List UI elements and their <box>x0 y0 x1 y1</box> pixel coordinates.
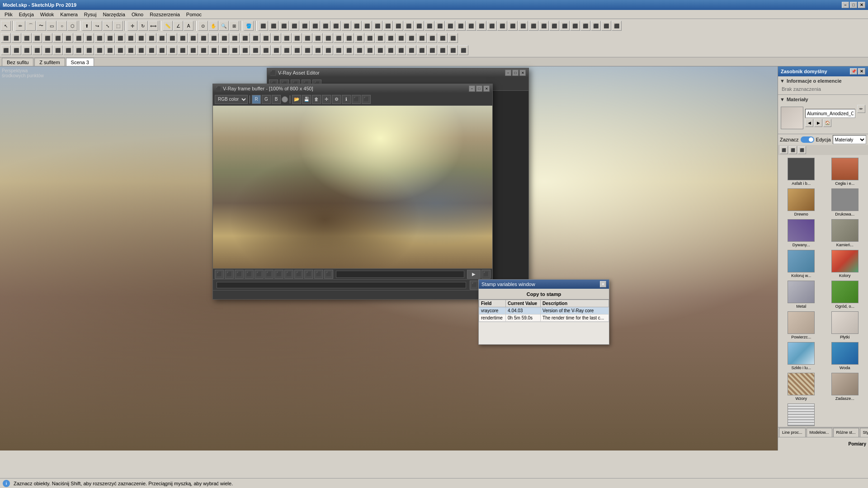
tool-r2-43[interactable]: ⬛ <box>438 33 448 43</box>
mat-grid-btn-1[interactable]: ⬛ <box>780 146 788 154</box>
tool-r2-39[interactable]: ⬛ <box>396 33 406 43</box>
tool-r2-34[interactable]: ⬛ <box>344 33 354 43</box>
vray-tool-clear[interactable]: 🗑 <box>312 95 321 104</box>
tool-r2-31[interactable]: ⬛ <box>313 33 323 43</box>
tool-r2-32[interactable]: ⬛ <box>323 33 333 43</box>
mat-grid-btn-2[interactable]: ⬛ <box>789 146 797 154</box>
tool-freehand[interactable]: 〜 <box>36 21 46 31</box>
tool-pencil[interactable]: ✏ <box>15 21 25 31</box>
tool-comp19[interactable]: ⬛ <box>445 21 455 31</box>
vray-tool-info[interactable]: ℹ <box>342 95 351 104</box>
vray-fb-close[interactable]: ✕ <box>483 85 490 92</box>
tool-comp5[interactable]: ⬛ <box>300 21 310 31</box>
vray-tool-cross[interactable]: ✛ <box>322 95 331 104</box>
vray-bottom-tool10[interactable]: ⬛ <box>304 270 313 279</box>
material-item-6[interactable]: Koloruj w... <box>780 249 823 279</box>
tool-r3-10[interactable]: ⬛ <box>94 45 104 55</box>
tool-r2-15[interactable]: ⬛ <box>146 33 156 43</box>
mat-action-fwd[interactable]: ▶ <box>814 119 822 127</box>
tool-r3-37[interactable]: ⬛ <box>375 45 385 55</box>
vray-bottom-tool2[interactable]: ⬛ <box>225 270 234 279</box>
tool-r2-12[interactable]: ⬛ <box>115 33 125 43</box>
tool-comp26[interactable]: ⬛ <box>518 21 528 31</box>
material-item-8[interactable]: Metal <box>780 280 823 310</box>
tool-r3-16[interactable]: ⬛ <box>157 45 167 55</box>
tool-r3-30[interactable]: ⬛ <box>302 45 312 55</box>
menu-okno[interactable]: Okno <box>129 11 146 18</box>
tool-comp20[interactable]: ⬛ <box>456 21 466 31</box>
menu-narzedzia[interactable]: Narzędzia <box>100 11 128 18</box>
tool-comp13[interactable]: ⬛ <box>383 21 393 31</box>
tool-r3-1[interactable]: ⬛ <box>1 45 11 55</box>
tool-r3-22[interactable]: ⬛ <box>219 45 229 55</box>
tool-r3-9[interactable]: ⬛ <box>84 45 94 55</box>
vray-asset-restore[interactable]: □ <box>512 70 519 76</box>
tool-r3-19[interactable]: ⬛ <box>188 45 198 55</box>
tool-r2-2[interactable]: ⬛ <box>11 33 21 43</box>
tool-r3-44[interactable]: ⬛ <box>448 45 458 55</box>
tool-r2-36[interactable]: ⬛ <box>365 33 375 43</box>
tool-r3-36[interactable]: ⬛ <box>365 45 375 55</box>
vray-fb-minimize[interactable]: − <box>469 85 475 92</box>
stamp-row-1[interactable]: rendertime0h 5m 59.0sThe render time for… <box>479 314 609 322</box>
bottom-tab-1[interactable]: Modelow... <box>807 428 832 437</box>
tool-comp10[interactable]: ⬛ <box>352 21 362 31</box>
tool-r2-25[interactable]: ⬛ <box>250 33 260 43</box>
material-item-15[interactable]: Zadasze... <box>824 372 867 402</box>
tool-r2-35[interactable]: ⬛ <box>354 33 364 43</box>
tool-r3-2[interactable]: ⬛ <box>11 45 21 55</box>
tool-r2-42[interactable]: ⬛ <box>427 33 437 43</box>
restore-button[interactable]: □ <box>850 2 857 8</box>
tool-poly[interactable]: ⬡ <box>67 21 77 31</box>
tool-r3-3[interactable]: ⬛ <box>22 45 32 55</box>
tool-r3-34[interactable]: ⬛ <box>344 45 354 55</box>
vray-channel-b[interactable]: B <box>272 95 281 104</box>
tool-r3-42[interactable]: ⬛ <box>427 45 437 55</box>
tool-comp25[interactable]: ⬛ <box>508 21 518 31</box>
tool-r2-16[interactable]: ⬛ <box>157 33 167 43</box>
tool-comp21[interactable]: ⬛ <box>466 21 476 31</box>
tool-followme[interactable]: ↪ <box>92 21 102 31</box>
tool-scale[interactable]: ⤡ <box>103 21 113 31</box>
tool-r3-23[interactable]: ⬛ <box>230 45 240 55</box>
stamp-copy-button[interactable]: Copy to stamp <box>479 289 609 300</box>
material-item-14[interactable]: Wzory <box>780 372 823 402</box>
tool-comp16[interactable]: ⬛ <box>414 21 424 31</box>
vray-fb-restore[interactable]: □ <box>476 85 482 92</box>
tool-r3-45[interactable]: ⬛ <box>458 45 468 55</box>
vray-bottom-tool3[interactable]: ⬛ <box>235 270 244 279</box>
vray-bottom-close2[interactable]: ⬛ <box>481 270 491 279</box>
minimize-button[interactable]: − <box>842 2 849 8</box>
tool-r3-43[interactable]: ⬛ <box>438 45 448 55</box>
tool-r2-8[interactable]: ⬛ <box>74 33 84 43</box>
menu-edycja[interactable]: Edycja <box>16 11 37 18</box>
tool-comp12[interactable]: ⬛ <box>373 21 382 31</box>
tool-comp7[interactable]: ⬛ <box>321 21 330 31</box>
vray-channel-a[interactable] <box>282 96 288 103</box>
tool-r2-21[interactable]: ⬛ <box>209 33 219 43</box>
tool-r3-31[interactable]: ⬛ <box>313 45 323 55</box>
tool-text[interactable]: A <box>184 21 193 31</box>
tool-comp4[interactable]: ⬛ <box>289 21 299 31</box>
tool-r3-20[interactable]: ⬛ <box>198 45 208 55</box>
right-panel-close-btn[interactable]: ✕ <box>858 68 865 75</box>
tool-comp8[interactable]: ⬛ <box>331 21 341 31</box>
vray-channel-g[interactable]: G <box>262 95 271 104</box>
tool-circle[interactable]: ○ <box>57 21 67 31</box>
tool-r2-38[interactable]: ⬛ <box>386 33 396 43</box>
tool-comp2[interactable]: ⬛ <box>269 21 278 31</box>
menu-widok[interactable]: Widok <box>38 11 57 18</box>
tool-zoomext[interactable]: ⊞ <box>229 21 239 31</box>
tool-comp35[interactable]: ⬛ <box>612 21 622 31</box>
tool-r2-22[interactable]: ⬛ <box>219 33 229 43</box>
tool-r2-20[interactable]: ⬛ <box>198 33 208 43</box>
tool-zoom[interactable]: 🔍 <box>219 21 229 31</box>
tool-comp11[interactable]: ⬛ <box>362 21 372 31</box>
tool-angle[interactable]: ∠ <box>173 21 183 31</box>
tool-r3-39[interactable]: ⬛ <box>396 45 406 55</box>
vray-tool-more1[interactable]: ⬛ <box>352 95 361 104</box>
tool-comp15[interactable]: ⬛ <box>404 21 414 31</box>
tool-r2-13[interactable]: ⬛ <box>126 33 136 43</box>
vray-tool-options[interactable]: ⚙ <box>332 95 341 104</box>
tool-orbit[interactable]: ⊙ <box>198 21 208 31</box>
